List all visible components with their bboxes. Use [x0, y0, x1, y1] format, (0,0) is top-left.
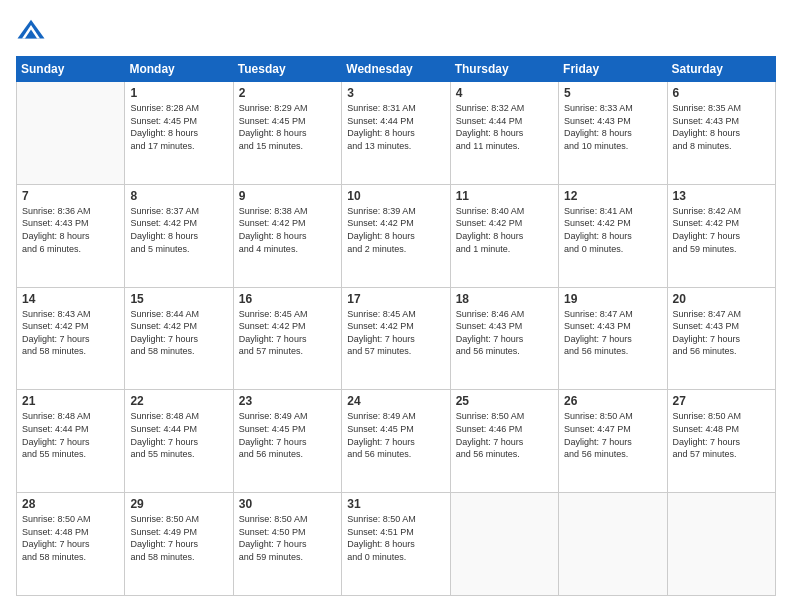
day-number: 7 [22, 189, 119, 203]
day-number: 12 [564, 189, 661, 203]
day-number: 1 [130, 86, 227, 100]
day-number: 16 [239, 292, 336, 306]
calendar-week-row: 14Sunrise: 8:43 AM Sunset: 4:42 PM Dayli… [17, 287, 776, 390]
calendar-cell: 6Sunrise: 8:35 AM Sunset: 4:43 PM Daylig… [667, 82, 775, 185]
calendar-cell: 7Sunrise: 8:36 AM Sunset: 4:43 PM Daylig… [17, 184, 125, 287]
calendar-day-header: Wednesday [342, 57, 450, 82]
day-info: Sunrise: 8:50 AM Sunset: 4:51 PM Dayligh… [347, 513, 444, 563]
day-number: 25 [456, 394, 553, 408]
day-number: 24 [347, 394, 444, 408]
calendar-cell: 4Sunrise: 8:32 AM Sunset: 4:44 PM Daylig… [450, 82, 558, 185]
day-info: Sunrise: 8:47 AM Sunset: 4:43 PM Dayligh… [564, 308, 661, 358]
day-info: Sunrise: 8:41 AM Sunset: 4:42 PM Dayligh… [564, 205, 661, 255]
day-info: Sunrise: 8:50 AM Sunset: 4:50 PM Dayligh… [239, 513, 336, 563]
day-number: 29 [130, 497, 227, 511]
day-number: 3 [347, 86, 444, 100]
day-info: Sunrise: 8:50 AM Sunset: 4:48 PM Dayligh… [22, 513, 119, 563]
day-info: Sunrise: 8:37 AM Sunset: 4:42 PM Dayligh… [130, 205, 227, 255]
calendar-cell: 13Sunrise: 8:42 AM Sunset: 4:42 PM Dayli… [667, 184, 775, 287]
calendar-week-row: 21Sunrise: 8:48 AM Sunset: 4:44 PM Dayli… [17, 390, 776, 493]
day-info: Sunrise: 8:35 AM Sunset: 4:43 PM Dayligh… [673, 102, 770, 152]
day-number: 2 [239, 86, 336, 100]
calendar-cell: 30Sunrise: 8:50 AM Sunset: 4:50 PM Dayli… [233, 493, 341, 596]
day-number: 22 [130, 394, 227, 408]
calendar-cell: 25Sunrise: 8:50 AM Sunset: 4:46 PM Dayli… [450, 390, 558, 493]
day-info: Sunrise: 8:44 AM Sunset: 4:42 PM Dayligh… [130, 308, 227, 358]
day-number: 13 [673, 189, 770, 203]
calendar-cell: 2Sunrise: 8:29 AM Sunset: 4:45 PM Daylig… [233, 82, 341, 185]
day-number: 8 [130, 189, 227, 203]
day-number: 14 [22, 292, 119, 306]
page: SundayMondayTuesdayWednesdayThursdayFrid… [0, 0, 792, 612]
calendar-cell: 29Sunrise: 8:50 AM Sunset: 4:49 PM Dayli… [125, 493, 233, 596]
day-info: Sunrise: 8:32 AM Sunset: 4:44 PM Dayligh… [456, 102, 553, 152]
calendar-cell: 26Sunrise: 8:50 AM Sunset: 4:47 PM Dayli… [559, 390, 667, 493]
calendar-cell [450, 493, 558, 596]
day-info: Sunrise: 8:31 AM Sunset: 4:44 PM Dayligh… [347, 102, 444, 152]
calendar-week-row: 28Sunrise: 8:50 AM Sunset: 4:48 PM Dayli… [17, 493, 776, 596]
calendar-cell: 10Sunrise: 8:39 AM Sunset: 4:42 PM Dayli… [342, 184, 450, 287]
calendar-cell: 16Sunrise: 8:45 AM Sunset: 4:42 PM Dayli… [233, 287, 341, 390]
calendar-cell: 27Sunrise: 8:50 AM Sunset: 4:48 PM Dayli… [667, 390, 775, 493]
day-info: Sunrise: 8:50 AM Sunset: 4:47 PM Dayligh… [564, 410, 661, 460]
day-info: Sunrise: 8:50 AM Sunset: 4:46 PM Dayligh… [456, 410, 553, 460]
day-info: Sunrise: 8:29 AM Sunset: 4:45 PM Dayligh… [239, 102, 336, 152]
day-info: Sunrise: 8:45 AM Sunset: 4:42 PM Dayligh… [347, 308, 444, 358]
calendar-cell [17, 82, 125, 185]
day-number: 6 [673, 86, 770, 100]
calendar-day-header: Monday [125, 57, 233, 82]
calendar-table: SundayMondayTuesdayWednesdayThursdayFrid… [16, 56, 776, 596]
day-number: 28 [22, 497, 119, 511]
day-info: Sunrise: 8:48 AM Sunset: 4:44 PM Dayligh… [22, 410, 119, 460]
calendar-cell: 12Sunrise: 8:41 AM Sunset: 4:42 PM Dayli… [559, 184, 667, 287]
day-info: Sunrise: 8:47 AM Sunset: 4:43 PM Dayligh… [673, 308, 770, 358]
calendar-cell: 28Sunrise: 8:50 AM Sunset: 4:48 PM Dayli… [17, 493, 125, 596]
day-number: 11 [456, 189, 553, 203]
calendar-day-header: Tuesday [233, 57, 341, 82]
calendar-cell: 14Sunrise: 8:43 AM Sunset: 4:42 PM Dayli… [17, 287, 125, 390]
calendar-day-header: Saturday [667, 57, 775, 82]
calendar-day-header: Sunday [17, 57, 125, 82]
day-number: 31 [347, 497, 444, 511]
day-number: 9 [239, 189, 336, 203]
day-info: Sunrise: 8:33 AM Sunset: 4:43 PM Dayligh… [564, 102, 661, 152]
day-info: Sunrise: 8:39 AM Sunset: 4:42 PM Dayligh… [347, 205, 444, 255]
day-info: Sunrise: 8:42 AM Sunset: 4:42 PM Dayligh… [673, 205, 770, 255]
day-info: Sunrise: 8:45 AM Sunset: 4:42 PM Dayligh… [239, 308, 336, 358]
calendar-header-row: SundayMondayTuesdayWednesdayThursdayFrid… [17, 57, 776, 82]
day-number: 15 [130, 292, 227, 306]
day-number: 30 [239, 497, 336, 511]
day-number: 4 [456, 86, 553, 100]
day-info: Sunrise: 8:50 AM Sunset: 4:49 PM Dayligh… [130, 513, 227, 563]
day-info: Sunrise: 8:46 AM Sunset: 4:43 PM Dayligh… [456, 308, 553, 358]
logo-icon [16, 16, 46, 46]
day-number: 27 [673, 394, 770, 408]
day-info: Sunrise: 8:50 AM Sunset: 4:48 PM Dayligh… [673, 410, 770, 460]
calendar-cell: 31Sunrise: 8:50 AM Sunset: 4:51 PM Dayli… [342, 493, 450, 596]
calendar-week-row: 1Sunrise: 8:28 AM Sunset: 4:45 PM Daylig… [17, 82, 776, 185]
calendar-cell: 23Sunrise: 8:49 AM Sunset: 4:45 PM Dayli… [233, 390, 341, 493]
calendar-cell: 9Sunrise: 8:38 AM Sunset: 4:42 PM Daylig… [233, 184, 341, 287]
day-number: 10 [347, 189, 444, 203]
header [16, 16, 776, 46]
calendar-cell [667, 493, 775, 596]
calendar-cell: 3Sunrise: 8:31 AM Sunset: 4:44 PM Daylig… [342, 82, 450, 185]
day-number: 18 [456, 292, 553, 306]
day-info: Sunrise: 8:48 AM Sunset: 4:44 PM Dayligh… [130, 410, 227, 460]
calendar-cell: 24Sunrise: 8:49 AM Sunset: 4:45 PM Dayli… [342, 390, 450, 493]
calendar-cell [559, 493, 667, 596]
calendar-cell: 21Sunrise: 8:48 AM Sunset: 4:44 PM Dayli… [17, 390, 125, 493]
day-number: 23 [239, 394, 336, 408]
calendar-cell: 15Sunrise: 8:44 AM Sunset: 4:42 PM Dayli… [125, 287, 233, 390]
day-number: 17 [347, 292, 444, 306]
day-number: 20 [673, 292, 770, 306]
calendar-cell: 18Sunrise: 8:46 AM Sunset: 4:43 PM Dayli… [450, 287, 558, 390]
calendar-cell: 1Sunrise: 8:28 AM Sunset: 4:45 PM Daylig… [125, 82, 233, 185]
day-info: Sunrise: 8:40 AM Sunset: 4:42 PM Dayligh… [456, 205, 553, 255]
day-number: 19 [564, 292, 661, 306]
day-number: 26 [564, 394, 661, 408]
calendar-day-header: Friday [559, 57, 667, 82]
day-info: Sunrise: 8:28 AM Sunset: 4:45 PM Dayligh… [130, 102, 227, 152]
calendar-cell: 22Sunrise: 8:48 AM Sunset: 4:44 PM Dayli… [125, 390, 233, 493]
calendar-cell: 11Sunrise: 8:40 AM Sunset: 4:42 PM Dayli… [450, 184, 558, 287]
